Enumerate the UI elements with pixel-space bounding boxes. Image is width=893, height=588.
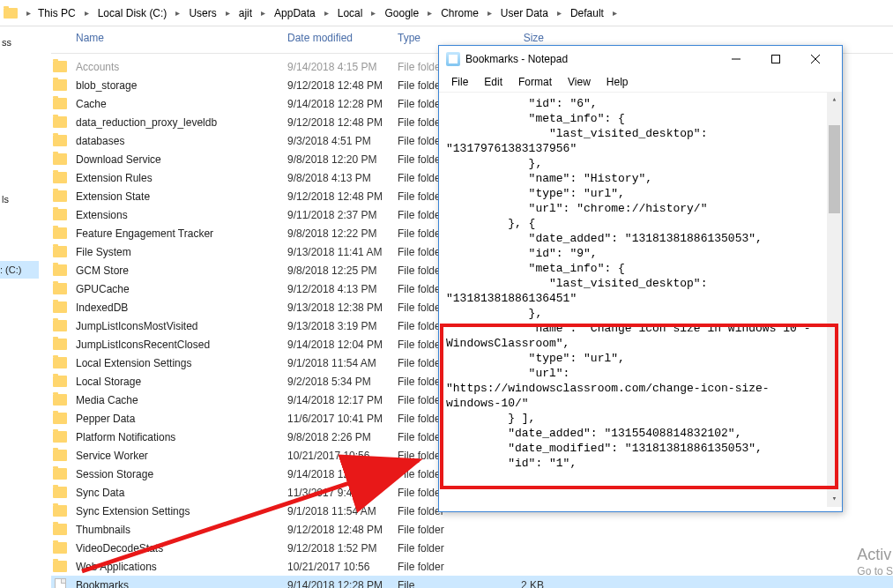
breadcrumb-segment[interactable]: User Data: [495, 4, 554, 22]
file-name: Accounts: [69, 61, 280, 73]
file-name: Sync Extension Settings: [69, 505, 280, 517]
file-name: JumpListIconsMostVisited: [69, 320, 280, 332]
file-type: File folder: [391, 561, 489, 573]
notepad-window[interactable]: Bookmarks - Notepad FileEditFormatViewHe…: [438, 45, 843, 512]
breadcrumb-segment[interactable]: Chrome: [435, 4, 484, 22]
file-name: Feature Engagement Tracker: [69, 227, 280, 240]
watermark: Activ Go to S: [857, 546, 893, 577]
scrollbar-track[interactable]: [827, 108, 842, 492]
folder-icon: [53, 394, 67, 406]
column-name[interactable]: Name: [51, 26, 280, 49]
file-name: Extensions: [69, 209, 280, 221]
folder-icon: [53, 357, 67, 368]
chevron-right-icon[interactable]: ▸: [369, 8, 377, 18]
chevron-right-icon[interactable]: ▸: [83, 8, 91, 18]
file-name: Media Cache: [69, 394, 280, 406]
chevron-right-icon[interactable]: ▸: [486, 8, 494, 18]
close-button[interactable]: [795, 47, 835, 71]
file-date: 9/8/2018 12:25 PM: [280, 264, 391, 277]
chevron-right-icon[interactable]: ▸: [259, 8, 267, 18]
chevron-right-icon[interactable]: ▸: [611, 8, 619, 18]
folder-icon: [53, 339, 67, 350]
breadcrumb-segment[interactable]: Default: [565, 4, 609, 22]
breadcrumb-segment[interactable]: AppData: [269, 4, 321, 22]
file-row[interactable]: VideoDecodeStats9/12/2018 1:52 PMFile fo…: [51, 539, 893, 557]
breadcrumb-segment[interactable]: Local: [332, 4, 368, 22]
folder-icon: [53, 98, 67, 109]
chevron-right-icon[interactable]: ▸: [174, 8, 182, 18]
file-name: data_reduction_proxy_leveldb: [69, 116, 280, 129]
folder-icon: [53, 301, 67, 313]
nav-label: : (C:): [0, 264, 21, 275]
breadcrumb-segment[interactable]: Google: [379, 4, 424, 22]
file-name: Local Extension Settings: [69, 357, 280, 369]
file-name: GCM Store: [69, 264, 280, 277]
file-type: File folder: [391, 542, 489, 555]
folder-icon: [53, 561, 67, 572]
file-date: 9/8/2018 2:26 PM: [280, 431, 391, 443]
file-date: 9/13/2018 3:19 PM: [280, 320, 391, 332]
scrollbar-thumb[interactable]: [829, 125, 840, 213]
file-date: 9/3/2018 4:51 PM: [280, 135, 391, 147]
maximize-button[interactable]: [755, 47, 795, 71]
scrollbar[interactable]: ▴ ▾: [827, 93, 842, 507]
titlebar[interactable]: Bookmarks - Notepad: [439, 46, 842, 72]
minimize-button[interactable]: [716, 47, 755, 71]
file-row[interactable]: Web Applications10/21/2017 10:56File fol…: [51, 557, 893, 576]
folder-icon: [53, 135, 67, 146]
chevron-right-icon[interactable]: ▸: [426, 8, 434, 18]
file-name: Sync Data: [69, 487, 280, 499]
menu-item-view[interactable]: View: [561, 74, 598, 90]
file-date: 9/14/2018 12:28 PM: [280, 468, 391, 480]
chevron-right-icon[interactable]: ▸: [555, 8, 563, 18]
column-date[interactable]: Date modified: [280, 26, 391, 49]
breadcrumb: This PC▸Local Disk (C:)▸Users▸ajit▸AppDa…: [33, 4, 619, 22]
file-date: 9/8/2018 12:20 PM: [280, 153, 391, 166]
folder-icon: [53, 153, 67, 165]
file-name: Download Service: [69, 153, 280, 166]
chevron-right-icon[interactable]: ▸: [224, 8, 232, 18]
folder-icon: [53, 283, 67, 294]
breadcrumb-segment[interactable]: ajit: [234, 4, 257, 22]
file-row[interactable]: Thumbnails9/12/2018 12:48 PMFile folder: [51, 520, 893, 539]
notepad-content[interactable]: "id": "6", "meta_info": { "last_visited_…: [439, 93, 842, 507]
scroll-down-icon[interactable]: ▾: [827, 492, 842, 507]
scroll-up-icon[interactable]: ▴: [827, 93, 842, 108]
menu-item-edit[interactable]: Edit: [477, 74, 510, 90]
folder-icon: [53, 320, 67, 331]
nav-selected-disk[interactable]: : (C:): [0, 261, 39, 279]
folder-icon: [53, 246, 67, 257]
folder-icon: [53, 542, 67, 554]
file-name: Pepper Data: [69, 413, 280, 425]
file-date: 9/12/2018 12:48 PM: [280, 524, 391, 536]
menu-item-format[interactable]: Format: [511, 74, 559, 90]
chevron-icon[interactable]: ▸: [25, 8, 33, 18]
file-name: databases: [69, 135, 280, 147]
breadcrumb-segment[interactable]: Users: [183, 4, 221, 22]
notepad-icon: [446, 52, 460, 66]
file-date: 9/2/2018 5:34 PM: [280, 376, 391, 388]
file-date: 9/12/2018 12:48 PM: [280, 190, 391, 203]
file-date: 9/13/2018 12:38 PM: [280, 301, 391, 314]
file-date: 10/21/2017 10:56: [280, 450, 391, 462]
file-name: Web Applications: [69, 561, 280, 573]
file-date: 9/14/2018 4:15 PM: [280, 61, 391, 73]
menu-item-file[interactable]: File: [444, 74, 475, 90]
file-name: JumpListIconsRecentClosed: [69, 339, 280, 351]
file-name: Extension Rules: [69, 172, 280, 184]
file-name: blob_storage: [69, 79, 280, 92]
folder-icon: [53, 376, 67, 387]
folder-icon: [53, 413, 67, 424]
file-name: Session Storage: [69, 468, 280, 480]
file-name: Extension State: [69, 190, 280, 203]
file-row[interactable]: Bookmarks9/14/2018 12:28 PMFile2 KB: [51, 576, 893, 588]
file-date: 9/13/2018 11:41 AM: [280, 246, 391, 258]
chevron-right-icon[interactable]: ▸: [323, 8, 331, 18]
folder-icon: [53, 431, 67, 443]
breadcrumb-segment[interactable]: This PC: [33, 4, 81, 22]
breadcrumb-segment[interactable]: Local Disk (C:): [93, 4, 173, 22]
folder-icon: [53, 209, 67, 220]
file-name: Local Storage: [69, 376, 280, 388]
file-name: GPUCache: [69, 283, 280, 295]
menu-item-help[interactable]: Help: [599, 74, 636, 90]
